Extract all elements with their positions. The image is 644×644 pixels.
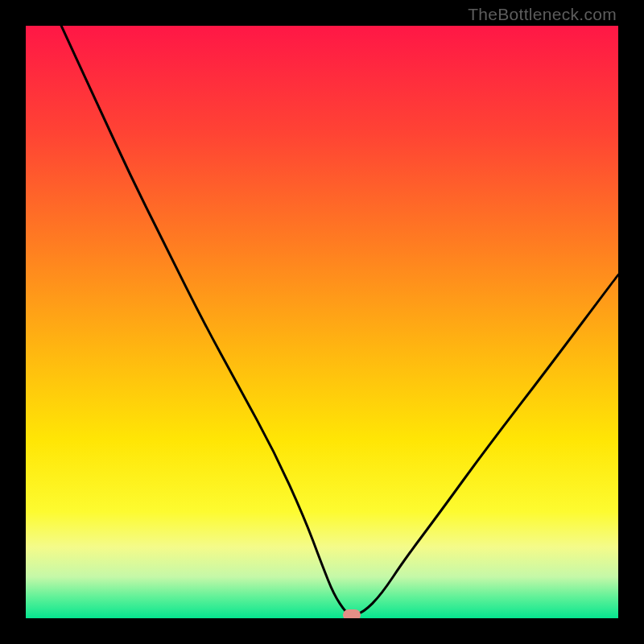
chart-frame: TheBottleneck.com: [0, 0, 644, 644]
bottleneck-curve: [26, 26, 618, 618]
watermark-text: TheBottleneck.com: [468, 5, 617, 24]
plot-area: [26, 26, 618, 618]
optimal-point-marker: [343, 609, 361, 618]
